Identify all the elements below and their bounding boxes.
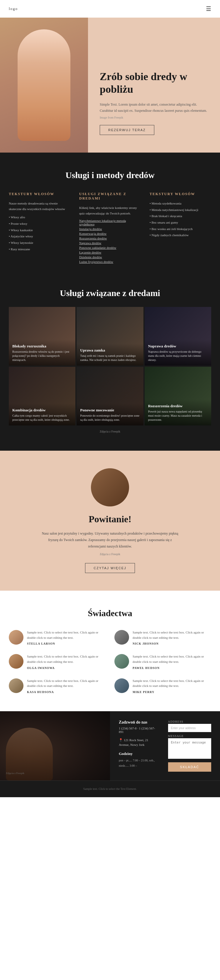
dread-card[interactable]: Rozszerzenia dredów Powrót już nasza now… xyxy=(145,367,211,425)
hero-title: Zrób sobie dredy w pobliżu xyxy=(100,70,208,95)
testimonial-avatar xyxy=(115,678,129,693)
service-link[interactable]: Łączenie dredów xyxy=(79,251,141,254)
testimonial-content: Sample text. Click to select the text bo… xyxy=(27,630,105,645)
dread-card-overlay: Kombinacja dredów Całka tym czego mamy c… xyxy=(9,403,75,425)
service-col2-heading: USŁUGI ZWIĄZANE Z DREDAMI xyxy=(79,192,141,201)
dread-card-desc: Naprawa dredów są przywrócone do dobrego… xyxy=(148,350,208,362)
testimonial-content: Sample text. Click to select the text bo… xyxy=(27,654,105,669)
testimonial-name: NICK JHONSON xyxy=(132,642,211,645)
list-item: Rasy mieszane xyxy=(9,247,70,252)
testimonial-item: Sample text. Click to select the text bo… xyxy=(9,630,105,645)
dread-card[interactable]: Uprawa zamka Tutaj zrób mi i masz tą zam… xyxy=(77,307,143,366)
service-col2-intro: Kliknij link, aby właściwie konkretny st… xyxy=(79,205,141,216)
menu-button[interactable]: ☰ xyxy=(206,5,211,12)
message-textarea[interactable] xyxy=(168,738,212,759)
service-link[interactable]: Natychmiastowe lokalizacje metodą szydeł… xyxy=(79,219,141,226)
testimonial-item: Sample text. Click to select the text bo… xyxy=(115,630,211,645)
contact-form: Address Message SKŁADAĆ xyxy=(168,720,212,772)
dread-photo-credit: Zdjęcia z Freepik xyxy=(9,430,211,433)
testimonial-item: Sample text. Click to select the text bo… xyxy=(115,654,211,669)
testimonial-avatar xyxy=(9,630,24,644)
hero-image-credit: Image from Freepik xyxy=(100,116,208,119)
list-item: Metoda szydełkowania xyxy=(150,201,211,206)
dread-card-title: Blokady rozrusznika xyxy=(12,344,72,348)
service-col-texture1: TEKSTURY WŁOSÓW Nasze metody dreadowania… xyxy=(9,192,70,265)
dread-card-overlay: Naprawa dredów Naprawa dredów są przywró… xyxy=(145,339,211,366)
address-icon: 📍 xyxy=(119,738,123,742)
hero-person-silhouette xyxy=(18,29,70,141)
reserve-button[interactable]: REZERWUJ TERAZ xyxy=(100,125,154,135)
testimonials-section: Świadectwa Sample text. Click to select … xyxy=(0,591,220,711)
service-col1-intro: Nasze metody dreadowania są równie skute… xyxy=(9,201,70,212)
dread-services-section: Usługi związane z dredami Blokady rozrus… xyxy=(0,282,220,451)
list-item: Włosy afro xyxy=(9,215,70,220)
testimonial-text: Sample text. Click to select the text bo… xyxy=(132,654,211,664)
service-col1-heading: TEKSTURY WŁOSÓW xyxy=(9,192,70,196)
list-item: Bez wosku ani żeli blokujących xyxy=(150,226,211,232)
navigation: logo ☰ xyxy=(0,0,220,18)
testimonial-content: Sample text. Click to select the text bo… xyxy=(132,678,211,694)
message-field-group: Message xyxy=(168,734,212,760)
testimonial-name: MIKE PERRY xyxy=(132,690,211,694)
testimonial-text: Sample text. Click to select the text bo… xyxy=(27,630,105,640)
welcome-avatar xyxy=(91,468,129,506)
service-link[interactable]: Naprawa dredów xyxy=(79,241,141,245)
hero-credit-link[interactable]: Freepik xyxy=(114,116,123,119)
address-field-group: Address xyxy=(168,720,212,732)
testimonial-avatar xyxy=(9,678,24,693)
dread-card-desc: Tutaj zrób mi i masz tą zamek pranie i k… xyxy=(80,354,140,362)
hero-content: Zrób sobie dredy w pobliżu Simple Text. … xyxy=(88,53,220,153)
service-link[interactable]: Instalacja dredów xyxy=(79,227,141,231)
contact-phone-title: Zadzwoń do nas xyxy=(119,720,156,725)
service-link[interactable]: Konserwacja dredów xyxy=(79,232,141,235)
welcome-credit-link[interactable]: Freepik xyxy=(111,552,120,556)
hero-image-placeholder xyxy=(0,18,88,153)
testimonial-avatar xyxy=(9,654,24,669)
welcome-title: Powitanie! xyxy=(9,514,211,525)
welcome-description: Nasz salon jest przytulny i wygodny. Uży… xyxy=(40,530,180,550)
dread-card-desc: Ponownie do ocenionego dredów! przeciętn… xyxy=(80,414,140,422)
footer-text: Sample text. Click to select the Text El… xyxy=(9,787,211,791)
dread-card-overlay: Ponowne mocowanie Ponownie do ocenionego… xyxy=(77,403,143,425)
testimonial-text: Sample text. Click to select the text bo… xyxy=(132,678,211,689)
dread-card[interactable]: Naprawa dredów Naprawa dredów są przywró… xyxy=(145,307,211,366)
welcome-section: Powitanie! Nasz salon jest przytulny i w… xyxy=(0,451,220,591)
dread-card[interactable]: Kombinacja dredów Całka tym czego mamy c… xyxy=(9,367,75,425)
dread-card-overlay: Blokady rozrusznika Rozszerzenia dredów … xyxy=(9,339,75,366)
dread-card[interactable]: Ponowne mocowanie Ponownie do ocenionego… xyxy=(77,367,143,425)
contact-hours-title: Godziny xyxy=(119,751,156,756)
hero-description: Simple Text. Lorem ipsum dolor sit amet,… xyxy=(100,102,208,113)
testimonial-text: Sample text. Click to select the text bo… xyxy=(27,654,105,664)
dread-card-title: Kombinacja dredów xyxy=(12,408,72,412)
contact-info-form: Zadzwoń do nas 1 (234) 567-8 · 1 (234) 5… xyxy=(110,711,220,781)
service-link[interactable]: Dzielenie dredów xyxy=(79,255,141,259)
testimonial-content: Sample text. Click to select the text bo… xyxy=(132,654,211,669)
contact-right-inner: Zadzwoń do nas 1 (234) 567-8 · 1 (234) 5… xyxy=(119,720,211,772)
testimonial-name: KASA HUDSONA xyxy=(27,690,105,694)
list-item: Metoda natychmiastowej lokalizacji xyxy=(150,207,211,213)
address-input[interactable] xyxy=(168,724,212,732)
dread-card-overlay: Uprawa zamka Tutaj zrób mi i masz tą zam… xyxy=(77,344,143,366)
dread-services-title: Usługi związane z dredami xyxy=(9,288,211,298)
read-more-button[interactable]: CZYTAJ WIĘCEJ xyxy=(85,563,135,573)
service-link[interactable]: Luźne fryzjerstwo dredów xyxy=(79,260,141,264)
services-section: Usługi i metody dredów TEKSTURY WŁOSÓW N… xyxy=(0,153,220,282)
dread-card[interactable]: Blokady rozrusznika Rozszerzenia dredów … xyxy=(9,307,75,366)
dread-card-title: Rozszerzenia dredów xyxy=(148,404,208,409)
address-label: Address xyxy=(168,720,212,723)
service-link[interactable]: Rozszerzenia dredów xyxy=(79,237,141,240)
hero-image xyxy=(0,18,88,153)
list-item: Brak blokad i skręcania xyxy=(150,213,211,219)
message-label: Message xyxy=(168,734,212,738)
testimonials-title: Świadectwa xyxy=(9,608,211,618)
service-col-links: USŁUGI ZWIĄZANE Z DREDAMI Kliknij link, … xyxy=(79,192,141,265)
testimonial-content: Sample text. Click to select the text bo… xyxy=(132,630,211,645)
dread-card-desc: Powrót już nasza nowa napędami od piosen… xyxy=(148,410,208,422)
contact-credit-link[interactable]: Freepik xyxy=(16,772,24,775)
testimonial-avatar xyxy=(115,654,129,669)
contact-image-area: Zdjęcia z Freepik xyxy=(0,711,110,781)
submit-button[interactable]: SKŁADAĆ xyxy=(168,762,212,772)
testimonial-avatar xyxy=(115,630,129,644)
dread-credit-link[interactable]: Freepik xyxy=(111,430,120,433)
service-link[interactable]: Ponowne zakładanie dredów xyxy=(79,246,141,250)
